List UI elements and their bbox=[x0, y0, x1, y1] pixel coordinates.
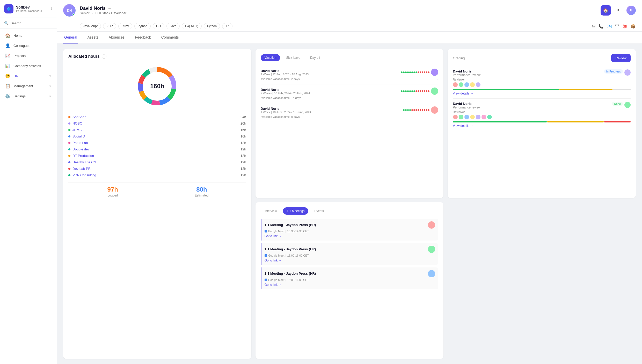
home-icon: 🏠 bbox=[5, 33, 10, 38]
skill-php[interactable]: PHP bbox=[103, 23, 116, 29]
skill-java[interactable]: Java bbox=[166, 23, 180, 29]
online-indicator bbox=[72, 13, 75, 16]
vtab-day-off[interactable]: Day-off bbox=[306, 54, 324, 61]
mtab-interview[interactable]: Interview bbox=[261, 207, 281, 215]
sidebar-item-colleagues[interactable]: 👤 Colleagues bbox=[0, 41, 57, 51]
rev-av-7b bbox=[487, 114, 492, 120]
info-icon[interactable]: i bbox=[102, 54, 106, 59]
project-name-4: Photo Lab bbox=[72, 141, 88, 145]
project-item-4: Photo Lab 12h bbox=[68, 140, 246, 146]
vtab-sick-leave[interactable]: Sick leave bbox=[282, 54, 304, 61]
sidebar-item-management[interactable]: 📋 Management ▼ bbox=[0, 81, 57, 91]
profile-name-text: David Noris bbox=[80, 6, 106, 11]
project-name-0: SoftShop bbox=[72, 115, 86, 119]
github-icon[interactable]: 🐙 bbox=[622, 24, 628, 29]
sidebar-item-colleagues-label: Colleagues bbox=[13, 44, 30, 48]
sidebar-logo: 🔷 SoftDev Personal Dashboard bbox=[4, 4, 42, 13]
vacation-dots-0 bbox=[401, 71, 429, 73]
status-badge-0: In Progress bbox=[604, 69, 623, 74]
profile-more-button[interactable]: ··· bbox=[108, 6, 111, 11]
vacation-avatar-0 bbox=[431, 69, 438, 76]
sidebar-item-projects[interactable]: 📈 Projects bbox=[0, 51, 57, 61]
box-icon[interactable]: 📦 bbox=[631, 24, 636, 29]
vacation-item-0: David Noris 1 Week | 12 Aug, 2023 - 18 A… bbox=[261, 65, 439, 84]
vacation-arrow-2[interactable]: → bbox=[435, 115, 438, 119]
project-name-7: Healthy Life CN bbox=[72, 160, 96, 164]
vacation-arrow-0[interactable]: → bbox=[435, 77, 438, 81]
project-hours-5: 12h bbox=[240, 147, 246, 151]
shield-icon[interactable]: 🛡 bbox=[615, 24, 619, 28]
email-icon[interactable]: 📧 bbox=[607, 24, 612, 29]
mtab-meetings[interactable]: 1:1 Meetings bbox=[283, 207, 309, 215]
rev-av-3 bbox=[464, 82, 469, 87]
review-right-1: Done bbox=[612, 102, 631, 108]
review-type-1: Performance review bbox=[453, 106, 480, 109]
meeting-avatar-2 bbox=[428, 270, 435, 277]
logo-icon: 🔷 bbox=[4, 4, 13, 13]
meeting-link-1[interactable]: Go to link → bbox=[265, 259, 282, 262]
donut-chart-wrapper: 160h bbox=[68, 63, 246, 110]
mtab-events[interactable]: Events bbox=[310, 207, 328, 215]
sidebar-item-company[interactable]: 📊 Company activites bbox=[0, 61, 57, 71]
review-item-0: David Noris Performance review In Progre… bbox=[453, 66, 631, 99]
tab-general[interactable]: General bbox=[63, 32, 78, 43]
meeting-avatar-1 bbox=[428, 246, 435, 253]
skill-javascript[interactable]: JavaScript bbox=[80, 23, 101, 29]
vtab-vacation[interactable]: Vacation bbox=[261, 54, 280, 61]
skill-more[interactable]: +7 bbox=[222, 23, 232, 29]
allocated-hours-title: Allocated hours i bbox=[68, 54, 246, 59]
tab-absences[interactable]: Absences bbox=[108, 32, 126, 43]
project-row-3: Social D bbox=[68, 134, 85, 138]
progress-bars-1 bbox=[453, 121, 631, 122]
reviewer-label-0: Reviewer bbox=[453, 78, 631, 81]
review-button[interactable]: Review bbox=[611, 54, 631, 62]
view-details-0[interactable]: View details → bbox=[453, 92, 473, 95]
user-avatar-button[interactable]: U bbox=[626, 6, 636, 15]
vacation-card: Vacation Sick leave Day-off David Noris … bbox=[256, 49, 444, 198]
sidebar-collapse-button[interactable]: 《 bbox=[48, 6, 53, 12]
projects-icon: 📈 bbox=[5, 53, 10, 58]
project-dot-2 bbox=[68, 129, 70, 131]
skill-ruby[interactable]: Ruby bbox=[118, 23, 132, 29]
send-icon[interactable]: ✉ bbox=[592, 24, 595, 29]
meeting-meta-0: Google Meet | 13:30-14:30 CET bbox=[265, 230, 435, 233]
view-icon-button[interactable]: 👁 bbox=[614, 6, 623, 15]
skill-python2[interactable]: Python bbox=[204, 23, 220, 29]
vacation-info-1: David Noris 2 Weeks | 10 Feb, 2024 - 25 … bbox=[261, 88, 310, 95]
meeting-item-0: 1:1 Meeting - Jaydon Press (HR) Google M… bbox=[261, 219, 439, 241]
project-hours-7: 12h bbox=[240, 160, 246, 164]
logo-text: SoftDev Personal Dashboard bbox=[16, 5, 42, 12]
tab-assets[interactable]: Assets bbox=[86, 32, 99, 43]
project-item-3: Social D 16h bbox=[68, 133, 246, 140]
brand-action-button[interactable]: 🏠 bbox=[601, 5, 611, 16]
donut-center-value: 160h bbox=[150, 83, 164, 90]
sidebar-item-hr[interactable]: 😊 HR ▼ bbox=[0, 71, 57, 81]
phone-icon[interactable]: 📞 bbox=[599, 24, 604, 29]
sidebar: 🔷 SoftDev Personal Dashboard 《 🔍 🏠 Home … bbox=[0, 0, 57, 364]
view-details-1[interactable]: View details → bbox=[453, 124, 473, 128]
meeting-link-0[interactable]: Go to link → bbox=[265, 234, 282, 238]
search-input[interactable] bbox=[11, 21, 53, 25]
sidebar-item-settings[interactable]: ⚙️ Settings ▼ bbox=[0, 91, 57, 101]
hr-icon: 😊 bbox=[5, 74, 10, 78]
project-row-1: NOBO bbox=[68, 121, 82, 125]
skill-python[interactable]: Python bbox=[134, 23, 151, 29]
tab-feedback[interactable]: Feedback bbox=[134, 32, 152, 43]
meetings-card: Interview 1:1 Meetings Events 1:1 Meetin… bbox=[256, 202, 444, 359]
sidebar-item-home[interactable]: 🏠 Home bbox=[0, 31, 57, 41]
tab-comments[interactable]: Comments bbox=[160, 32, 180, 43]
project-item-9: PDP Consulting 12h bbox=[68, 172, 246, 178]
vacation-avatar-1 bbox=[431, 88, 438, 95]
vacation-info-2: David Noris 1 Week | 10 June, 2024 - 18 … bbox=[261, 107, 311, 114]
skill-csharp[interactable]: C#(.NET) bbox=[182, 23, 202, 29]
skill-go[interactable]: GO bbox=[153, 23, 164, 29]
prog-green-0 bbox=[453, 89, 559, 90]
vacation-arrow-1[interactable]: → bbox=[435, 96, 438, 100]
rev-av-4b bbox=[470, 114, 475, 120]
project-dot-3 bbox=[68, 135, 70, 137]
review-avatar-1 bbox=[624, 102, 631, 108]
meeting-link-2[interactable]: Go to link → bbox=[265, 283, 282, 287]
contact-icons: ✉ 📞 📧 🛡 🐙 📦 bbox=[592, 24, 636, 29]
project-name-5: Double dev bbox=[72, 147, 90, 151]
profile-info: David Noris ··· Senior · Full Stack Deve… bbox=[80, 6, 126, 15]
